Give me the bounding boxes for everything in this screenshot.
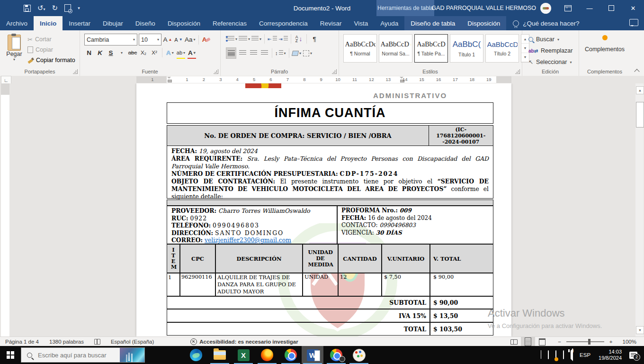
iva-value-cell[interactable]: $ 13,50 — [430, 309, 493, 322]
format-painter-button[interactable]: Copiar formato — [27, 55, 75, 65]
cut-button[interactable]: ✂Cortar — [27, 34, 75, 45]
items-header-vunitario[interactable]: V.UNITARIO — [382, 244, 430, 273]
shading-button[interactable]: ▾ — [292, 48, 302, 58]
underline-dropdown[interactable]: ▾ — [117, 47, 126, 58]
word-count[interactable]: 1380 palabras — [44, 337, 89, 346]
restore-button[interactable] — [600, 0, 622, 16]
tab-inicio[interactable]: Inicio — [34, 16, 63, 30]
numbering-button[interactable]: ▾ — [239, 34, 250, 44]
tab-diseno[interactable]: Diseño — [129, 16, 161, 30]
increase-indent-button[interactable]: ⇥ — [278, 34, 288, 44]
page-indicator[interactable]: Página 1 de 4 — [0, 337, 44, 346]
show-marks-button[interactable]: ¶ — [310, 34, 319, 44]
tab-disposicion[interactable]: Disposición — [161, 16, 206, 30]
replace-button[interactable]: ab⇄Reemplazar — [528, 46, 572, 55]
decrease-indent-button[interactable]: ⇤ — [268, 34, 277, 44]
shrink-font-button[interactable]: A▼ — [174, 35, 183, 45]
taskbar-word-active[interactable]: W — [302, 346, 323, 364]
tray-network-icon[interactable] — [563, 351, 564, 359]
undo-icon[interactable]: ↺▾ — [37, 4, 45, 12]
tray-language[interactable]: ESP — [580, 352, 590, 358]
print-layout-button[interactable] — [521, 337, 535, 346]
style-titulo-2[interactable]: AaBbCcD Título 2 — [485, 34, 519, 63]
tell-me-box[interactable]: ¿Qué desea hacer? — [506, 16, 586, 30]
tray-device-icon[interactable] — [548, 351, 549, 359]
items-header-cpc[interactable]: CPC — [180, 244, 215, 273]
underline-button[interactable]: S — [106, 47, 116, 58]
items-header-item[interactable]: ITEM — [167, 244, 180, 273]
scroll-down-button[interactable]: ▼ — [636, 326, 644, 334]
items-header-cantidad[interactable]: CANTIDAD — [338, 244, 382, 273]
bullets-button[interactable]: ▾ — [226, 34, 237, 44]
zoom-out-button[interactable]: − — [549, 337, 563, 346]
change-case-button[interactable]: Aa▾ — [185, 35, 196, 45]
horizontal-ruler[interactable]: 1 12345678910111213141516171819 — [136, 76, 511, 83]
zoom-level[interactable]: 100% — [617, 337, 644, 346]
taskbar-edge[interactable] — [185, 346, 207, 364]
total-label-cell[interactable]: TOTAL — [167, 322, 430, 336]
total-value-cell[interactable]: $ 103,50 — [430, 322, 493, 336]
tray-clock[interactable]: 14:03 19/8/2024 — [599, 349, 622, 361]
borders-button[interactable]: ▾ — [303, 48, 313, 58]
taskbar-firefox[interactable] — [256, 346, 278, 364]
items-header-unidad[interactable]: UNIDAD DE MEDIDA — [303, 244, 338, 273]
supplier-cell[interactable]: PROVEEDOR: Charro Torres WilliamOswaldo … — [167, 206, 337, 244]
document-area[interactable]: ADMINISTRATIVO ÍNFIMA CUANTÍA No. DE ORD… — [0, 83, 644, 337]
minimize-button[interactable]: — — [579, 0, 600, 16]
vertical-ruler[interactable] — [1, 83, 9, 337]
align-left-button[interactable] — [226, 47, 236, 59]
justify-button[interactable] — [259, 48, 269, 58]
search-highlight-image[interactable] — [120, 348, 144, 362]
grow-font-button[interactable]: A▲ — [163, 35, 172, 45]
scrollbar-thumb[interactable] — [636, 102, 644, 127]
order-label-cell[interactable]: No. DE ORDEN DE COMPRA: SERVICIO / BIEN … — [167, 125, 429, 146]
taskbar-paint[interactable] — [348, 346, 370, 364]
taskbar-chrome-profile[interactable] — [325, 346, 347, 364]
addins-button[interactable]: Complementos — [579, 35, 631, 53]
font-name-combobox[interactable]: Cambria▾ — [84, 34, 137, 46]
taskbar-chrome[interactable] — [280, 346, 302, 364]
align-center-button[interactable] — [238, 48, 247, 58]
italic-button[interactable]: K — [95, 47, 105, 58]
multilevel-list-button[interactable]: ▾ — [251, 34, 261, 44]
sort-button[interactable]: AZ↓ — [294, 34, 304, 44]
item-row-vunitario[interactable]: $ 7,50 — [382, 273, 430, 296]
scroll-up-button[interactable]: ▲ — [636, 86, 644, 94]
style-titulo-1[interactable]: AaBbC( Título 1 — [450, 34, 483, 63]
account-info[interactable]: GAD PARROQUIAL VALLE HERMOSO — [431, 0, 551, 16]
zoom-in-button[interactable]: + — [608, 337, 617, 346]
style-normal[interactable]: AaBbCcDc ¶ Normal — [343, 34, 377, 63]
font-dialog-launcher[interactable] — [214, 69, 218, 74]
tab-referencias[interactable]: Referencias — [206, 16, 253, 30]
items-header-vtotal[interactable]: V. TOTAL — [430, 244, 493, 273]
tray-volume-icon[interactable] — [571, 351, 573, 359]
item-row-cantidad[interactable]: 12 — [338, 273, 382, 296]
line-spacing-button[interactable]: ↕▾ — [275, 48, 286, 58]
item-row-descripcion[interactable]: ALQUILER DE TRAJES DE DANZA PARA EL GRUP… — [215, 273, 303, 296]
copy-button[interactable]: Copiar — [27, 45, 75, 55]
clipboard-dialog-launcher[interactable] — [73, 69, 78, 74]
tray-chevron-icon[interactable] — [541, 351, 541, 359]
separator-band-cell[interactable] — [167, 200, 493, 206]
tab-archivo[interactable]: Archivo — [0, 16, 34, 30]
paragraph-dialog-launcher[interactable] — [332, 69, 337, 74]
tab-dibujar[interactable]: Dibujar — [97, 16, 129, 30]
tab-vista[interactable]: Vista — [348, 16, 375, 30]
info-cell[interactable]: FECHA: 19, agosto del 2024 ÁREA REQUIREN… — [167, 146, 493, 199]
align-right-button[interactable] — [249, 48, 258, 58]
item-row-vtotal[interactable]: $ 90,00 — [430, 273, 493, 296]
tab-disposicion-tabla[interactable]: Disposición — [461, 16, 506, 30]
tab-correspondencia[interactable]: Correspondencia — [253, 16, 314, 30]
save-icon[interactable] — [24, 5, 31, 12]
paste-dropdown-icon[interactable]: ▾ — [13, 57, 15, 62]
language-indicator[interactable]: Español (España) — [106, 337, 159, 346]
text-effects-button[interactable]: A▾ — [165, 47, 175, 58]
paste-button[interactable]: Pegar ▾ — [4, 33, 25, 69]
style-table-paragraph-selected[interactable]: AaBbCcD ¶ Table Pa... — [414, 34, 448, 63]
start-button[interactable] — [0, 346, 21, 364]
font-size-combobox[interactable]: 10▾ — [139, 34, 161, 46]
subtotal-label-cell[interactable]: SUBTOTAL — [167, 296, 430, 309]
taskbar-file-explorer[interactable] — [209, 346, 231, 364]
ribbon-display-options-button[interactable] — [557, 0, 579, 16]
item-row-unidad[interactable]: UNIDAD — [303, 273, 338, 296]
